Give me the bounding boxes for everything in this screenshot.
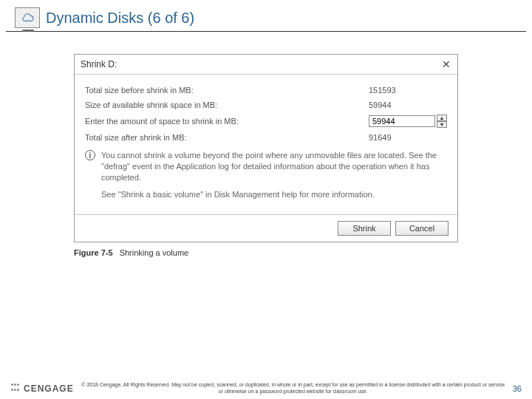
label-total-before: Total size before shrink in MB:: [85, 86, 366, 95]
label-available: Size of available shrink space in MB:: [85, 100, 366, 109]
value-total-after: 91649: [366, 132, 447, 143]
shrink-button[interactable]: Shrink: [338, 221, 391, 236]
dialog-title: Shrink D:: [81, 59, 117, 69]
row-available: Size of available shrink space in MB: 59…: [85, 100, 447, 110]
monitor-cloud-icon: [15, 7, 40, 28]
slide-content: Shrink D: ✕ Total size before shrink in …: [0, 32, 532, 257]
figure-caption: Figure 7-5 Shrinking a volume: [74, 248, 458, 257]
slide-header: Dynamic Disks (6 of 6): [6, 0, 526, 32]
label-enter-amount: Enter the amount of space to shrink in M…: [85, 117, 369, 126]
info-paragraph-1: You cannot shrink a volume beyond the po…: [101, 150, 447, 183]
page-number: 36: [513, 384, 522, 393]
figure-number: Figure 7-5: [74, 248, 113, 257]
shrink-dialog: Shrink D: ✕ Total size before shrink in …: [74, 54, 458, 242]
label-total-after: Total size after shrink in MB:: [85, 133, 366, 142]
row-enter-amount: Enter the amount of space to shrink in M…: [85, 115, 447, 128]
info-paragraph-2: See "Shrink a basic volume" in Disk Mana…: [101, 189, 447, 200]
info-text: You cannot shrink a volume beyond the po…: [101, 150, 447, 205]
value-available: 59944: [366, 100, 447, 110]
brand-text: CENGAGE: [24, 383, 74, 394]
brand-logo: CENGAGE: [10, 383, 74, 394]
shrink-amount-input[interactable]: [369, 115, 435, 127]
brand-mark-icon: [10, 383, 21, 394]
slide-footer: CENGAGE © 2018 Cengage. All Rights Reser…: [0, 382, 532, 395]
dialog-body: Total size before shrink in MB: 151593 S…: [75, 75, 457, 214]
info-section: i You cannot shrink a volume beyond the …: [85, 150, 447, 205]
dialog-titlebar: Shrink D: ✕: [75, 55, 457, 75]
close-icon[interactable]: ✕: [441, 59, 451, 69]
row-total-before: Total size before shrink in MB: 151593: [85, 85, 447, 95]
figure-text: Shrinking a volume: [120, 248, 189, 257]
page-title: Dynamic Disks (6 of 6): [46, 10, 194, 27]
shrink-amount-stepper[interactable]: ▲ ▼: [369, 115, 447, 128]
cancel-button[interactable]: Cancel: [395, 221, 449, 236]
copyright-text: © 2018 Cengage. All Rights Reserved. May…: [74, 382, 513, 395]
row-total-after: Total size after shrink in MB: 91649: [85, 132, 447, 143]
value-total-before: 151593: [366, 85, 447, 95]
info-icon: i: [85, 150, 95, 160]
spin-down-icon[interactable]: ▼: [437, 121, 447, 128]
spin-up-icon[interactable]: ▲: [437, 115, 447, 121]
dialog-buttons: Shrink Cancel: [75, 214, 457, 242]
